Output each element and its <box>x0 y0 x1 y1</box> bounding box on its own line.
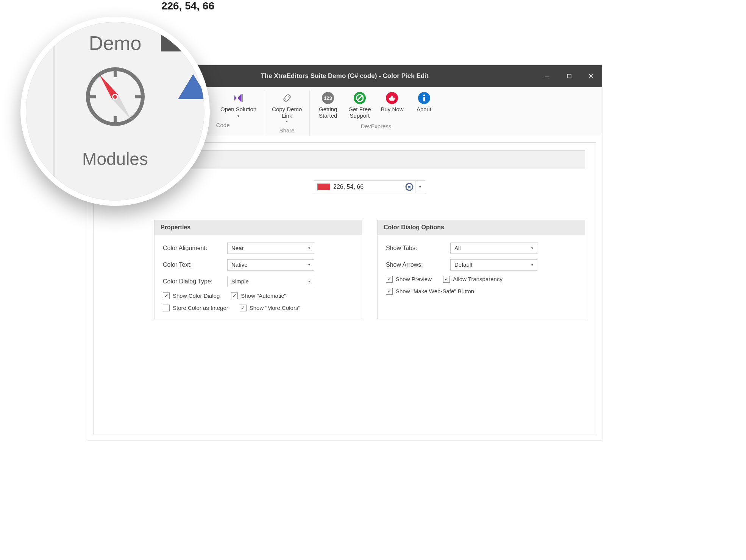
show-preview-check[interactable]: ✓Show Preview <box>386 276 432 283</box>
minimize-button[interactable] <box>536 65 558 87</box>
dialog-options-title: Color Dialog Options <box>378 220 585 235</box>
content-border: 226, 54, 66 ▾ Properties Color Alignment… <box>93 142 596 435</box>
ribbon-getting-started[interactable]: 123 Getting Started <box>317 90 339 121</box>
svg-point-20 <box>408 186 410 188</box>
show-tabs-label: Show Tabs: <box>386 245 446 252</box>
ribbon: w Code Open Solution ▾ Code Copy Demo Li… <box>87 87 602 136</box>
window-title: The XtraEditors Suite Demo (C# code) - C… <box>261 72 428 80</box>
close-button[interactable] <box>580 65 602 87</box>
show-automatic-check[interactable]: ✓Show "Automatic" <box>231 292 286 299</box>
ribbon-group-devexpress: 123 Getting Started Get Free Support Buy… <box>310 90 442 136</box>
show-websafe-check[interactable]: ✓Show "Make Web-Safe" Button <box>386 288 474 295</box>
show-arrows-select[interactable]: Default▾ <box>450 259 537 271</box>
chevron-down-icon: ▾ <box>308 246 310 250</box>
chevron-down-icon: ▾ <box>531 263 533 267</box>
eyedropper-icon[interactable] <box>404 183 415 191</box>
ribbon-copy-demo-link[interactable]: Copy Demo Link ▾ <box>271 90 303 125</box>
color-text-select[interactable]: Native▾ <box>227 259 314 271</box>
visual-studio-icon <box>232 92 245 104</box>
document-icon <box>194 92 206 104</box>
ribbon-group-code: w Code Open Solution ▾ Code <box>182 90 264 136</box>
maximize-button[interactable] <box>558 65 580 87</box>
color-swatch <box>317 184 330 190</box>
numbers-icon: 123 <box>321 92 334 104</box>
svg-rect-18 <box>423 97 425 101</box>
color-dialog-type-select[interactable]: Simple▾ <box>227 276 314 287</box>
properties-title: Properties <box>155 220 362 235</box>
svg-marker-8 <box>237 94 241 102</box>
color-alignment-select[interactable]: Near▾ <box>227 243 314 254</box>
option-panels: Properties Color Alignment: Near▾ Color … <box>154 220 585 319</box>
dialog-options-panel: Color Dialog Options Show Tabs: All▾ Sho… <box>377 220 585 319</box>
color-pick-edit[interactable]: 226, 54, 66 <box>314 180 415 193</box>
basket-icon <box>385 92 398 104</box>
svg-rect-1 <box>567 74 571 78</box>
chevron-down-icon: ▾ <box>308 279 310 283</box>
client-area: 226, 54, 66 ▾ Properties Color Alignment… <box>87 136 602 441</box>
allow-transparency-check[interactable]: ✓Allow Transparency <box>443 276 503 283</box>
ribbon-buy-now[interactable]: Buy Now <box>380 90 404 121</box>
color-edit-row: 226, 54, 66 ▾ <box>154 180 585 193</box>
svg-point-17 <box>423 95 425 96</box>
window-controls <box>536 65 602 87</box>
chevron-down-icon: ▾ <box>237 114 239 118</box>
properties-panel: Properties Color Alignment: Near▾ Color … <box>154 220 362 319</box>
magnifier-rgb-label: 226, 54, 66 <box>161 0 214 12</box>
svg-text:123: 123 <box>324 95 332 101</box>
color-value-text: 226, 54, 66 <box>333 184 404 190</box>
chevron-down-icon: ▾ <box>308 263 310 267</box>
color-dialog-type-label: Color Dialog Type: <box>163 278 223 285</box>
info-icon <box>418 92 431 104</box>
chevron-down-icon: ▾ <box>286 119 288 123</box>
magnifier-demo-text: Demo <box>89 32 142 54</box>
chevron-down-icon: ▾ <box>531 246 533 250</box>
show-more-colors-check[interactable]: ✓Show "More Colors" <box>240 305 300 311</box>
link-icon <box>281 92 293 104</box>
ribbon-get-support[interactable]: Get Free Support <box>348 90 371 121</box>
svg-rect-9 <box>241 94 243 102</box>
support-icon <box>353 92 366 104</box>
ribbon-about[interactable]: About <box>413 90 435 121</box>
color-text-label: Color Text: <box>163 261 223 268</box>
svg-marker-7 <box>234 95 237 101</box>
color-dropdown-button[interactable]: ▾ <box>415 180 425 193</box>
ribbon-open-solution[interactable]: Open Solution ▾ <box>220 90 257 120</box>
swatch-panel <box>154 150 585 169</box>
color-alignment-label: Color Alignment: <box>163 245 223 252</box>
show-tabs-select[interactable]: All▾ <box>450 243 537 254</box>
show-arrows-label: Show Arrows: <box>386 261 446 268</box>
title-bar: The XtraEditors Suite Demo (C# code) - C… <box>87 65 602 87</box>
app-window: The XtraEditors Suite Demo (C# code) - C… <box>87 65 602 440</box>
store-color-integer-check[interactable]: Store Color as Integer <box>163 305 228 311</box>
ribbon-show-code[interactable]: w Code <box>189 90 211 120</box>
ribbon-group-share: Copy Demo Link ▾ Share <box>264 90 310 136</box>
show-color-dialog-check[interactable]: ✓Show Color Dialog <box>163 292 220 299</box>
